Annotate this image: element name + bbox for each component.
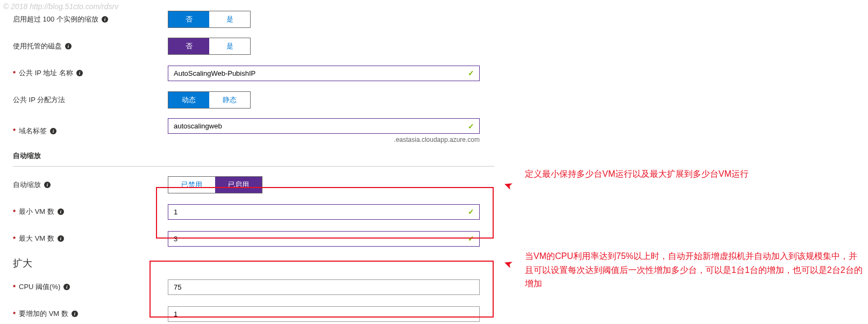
label-text: 域名标签 bbox=[19, 126, 47, 136]
row-ip-allocation: 公共 IP 分配方法 动态 静态 bbox=[13, 91, 495, 109]
arrow-icon: ➤ bbox=[501, 257, 514, 272]
row-max-vm: * 最大 VM 数 i ✓ bbox=[13, 230, 495, 247]
info-icon[interactable]: i bbox=[76, 70, 83, 76]
info-icon[interactable]: i bbox=[72, 311, 78, 317]
label-min-vm: * 最小 VM 数 i bbox=[13, 207, 168, 217]
input-wrap-min-vm: ✓ bbox=[168, 204, 480, 220]
input-wrap-domain: ✓ bbox=[168, 118, 480, 134]
annotation-text-scale-out: 当VM的CPU利用率达到75%以上时，自动开始新增虚拟机并自动加入到该规模集中，… bbox=[525, 249, 864, 291]
row-overprovision: 启用超过 100 个实例的缩放 i 否 是 bbox=[13, 11, 495, 28]
toggle-no[interactable]: 否 bbox=[168, 11, 209, 27]
vm-to-add-input[interactable] bbox=[168, 306, 480, 322]
label-vm-to-add: * 要增加的 VM 数 i bbox=[13, 309, 168, 319]
label-text: 最大 VM 数 bbox=[19, 234, 54, 243]
annotation-text-min-max: 定义最小保持多少台VM运行以及最大扩展到多少台VM运行 bbox=[525, 169, 864, 180]
info-icon[interactable]: i bbox=[58, 208, 64, 215]
input-wrap-max-vm: ✓ bbox=[168, 231, 480, 247]
form-container: 启用超过 100 个实例的缩放 i 否 是 使用托管的磁盘 i 否 是 * 公共… bbox=[0, 0, 495, 322]
label-cpu-threshold: * CPU 阈值(%) i bbox=[13, 282, 168, 292]
input-wrap-vm-to-add bbox=[168, 306, 480, 322]
required-star: * bbox=[13, 235, 16, 243]
row-public-ip-name: * 公共 IP 地址 名称 i ✓ bbox=[13, 64, 495, 82]
check-icon: ✓ bbox=[468, 69, 474, 77]
toggle-ip-allocation: 动态 静态 bbox=[168, 91, 251, 109]
label-autoscale: 自动缩放 i bbox=[13, 180, 168, 190]
domain-label-input[interactable] bbox=[168, 118, 480, 134]
row-domain-label: * 域名标签 i ✓ .eastasia.cloudapp.azure.com bbox=[13, 118, 495, 143]
row-vm-to-add: * 要增加的 VM 数 i bbox=[13, 305, 495, 322]
required-star: * bbox=[13, 208, 16, 216]
check-icon: ✓ bbox=[468, 122, 474, 131]
label-text: 公共 IP 分配方法 bbox=[13, 95, 65, 105]
input-wrap-public-ip: ✓ bbox=[168, 66, 480, 81]
label-overprovision: 启用超过 100 个实例的缩放 i bbox=[13, 15, 168, 24]
label-text: 自动缩放 bbox=[13, 180, 41, 190]
toggle-static[interactable]: 静态 bbox=[209, 92, 250, 108]
info-icon[interactable]: i bbox=[65, 43, 72, 49]
label-text: 要增加的 VM 数 bbox=[19, 309, 68, 319]
required-star: * bbox=[13, 283, 16, 291]
label-domain-label: * 域名标签 i bbox=[13, 126, 168, 136]
toggle-no[interactable]: 否 bbox=[168, 38, 209, 54]
toggle-managed-disk: 否 是 bbox=[168, 38, 251, 55]
required-star: * bbox=[13, 69, 16, 77]
info-icon[interactable]: i bbox=[44, 182, 51, 188]
info-icon[interactable]: i bbox=[50, 128, 56, 134]
label-max-vm: * 最大 VM 数 i bbox=[13, 234, 168, 243]
label-text: 使用托管的磁盘 bbox=[13, 41, 62, 51]
label-ip-allocation: 公共 IP 分配方法 bbox=[13, 95, 168, 105]
section-header-scale-out: 扩大 bbox=[13, 257, 495, 270]
toggle-disabled[interactable]: 已禁用 bbox=[168, 177, 215, 193]
info-icon[interactable]: i bbox=[63, 284, 70, 290]
label-public-ip-name: * 公共 IP 地址 名称 i bbox=[13, 68, 168, 78]
label-text: 最小 VM 数 bbox=[19, 207, 54, 217]
row-min-vm: * 最小 VM 数 i ✓ bbox=[13, 203, 495, 220]
cpu-threshold-input[interactable] bbox=[168, 279, 480, 295]
max-vm-input[interactable] bbox=[168, 231, 480, 247]
arrow-icon: ➤ bbox=[501, 178, 514, 193]
min-vm-input[interactable] bbox=[168, 204, 480, 220]
domain-suffix-text: .eastasia.cloudapp.azure.com bbox=[168, 136, 480, 143]
divider bbox=[13, 166, 494, 167]
info-icon[interactable]: i bbox=[58, 235, 64, 242]
toggle-autoscale: 已禁用 已启用 bbox=[168, 176, 262, 193]
toggle-yes[interactable]: 是 bbox=[209, 11, 250, 27]
info-icon[interactable]: i bbox=[102, 16, 108, 23]
row-autoscale: 自动缩放 i 已禁用 已启用 bbox=[13, 176, 495, 193]
toggle-overprovision: 否 是 bbox=[168, 11, 251, 28]
toggle-dynamic[interactable]: 动态 bbox=[168, 92, 209, 108]
label-text: 启用超过 100 个实例的缩放 bbox=[13, 15, 98, 24]
section-header-autoscale: 自动缩放 bbox=[13, 151, 495, 161]
toggle-enabled[interactable]: 已启用 bbox=[215, 177, 262, 193]
input-wrap-cpu-threshold bbox=[168, 279, 480, 295]
required-star: * bbox=[13, 127, 16, 135]
label-text: 公共 IP 地址 名称 bbox=[19, 68, 73, 78]
required-star: * bbox=[13, 310, 16, 318]
label-managed-disk: 使用托管的磁盘 i bbox=[13, 41, 168, 51]
public-ip-name-input[interactable] bbox=[168, 66, 480, 81]
check-icon: ✓ bbox=[468, 207, 474, 216]
label-text: CPU 阈值(%) bbox=[19, 282, 60, 292]
check-icon: ✓ bbox=[468, 234, 474, 243]
row-managed-disk: 使用托管的磁盘 i 否 是 bbox=[13, 38, 495, 55]
toggle-yes[interactable]: 是 bbox=[209, 38, 250, 54]
row-cpu-threshold: * CPU 阈值(%) i bbox=[13, 278, 495, 296]
